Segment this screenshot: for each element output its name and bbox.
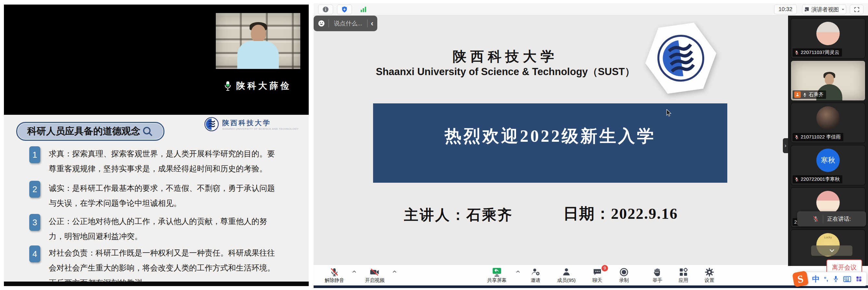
logo-cn-text: 陕西科技大学 xyxy=(222,118,299,127)
item-number-chip: 4 xyxy=(29,245,40,262)
quick-chat-bubble[interactable]: 说点什么... ‹ xyxy=(314,16,377,31)
members-icon xyxy=(562,267,571,277)
ime-toolbox-icon[interactable] xyxy=(856,276,862,282)
avatar-initials: 寒秋 xyxy=(816,149,840,172)
slide-date-line: 日期：2022.9.16 xyxy=(563,204,678,224)
participant-tile[interactable]: 石乘齐 xyxy=(790,60,865,101)
chat-input-placeholder[interactable]: 说点什么... xyxy=(332,20,364,27)
share-screen-label: 共享屏幕 xyxy=(487,277,507,284)
welcome-banner-text: 热烈欢迎2022级新生入学 xyxy=(373,125,727,148)
share-options-caret[interactable] xyxy=(515,266,521,285)
participant-name-bar: 220722001李寒秋 xyxy=(793,175,842,183)
meeting-toolbar: 解除静音 开启视频 共享屏幕 邀请 xyxy=(314,265,868,286)
invite-button[interactable]: 邀请 xyxy=(522,266,549,285)
sidebar-collapse-handle[interactable]: › xyxy=(783,138,788,153)
avatar xyxy=(816,106,840,130)
record-button[interactable]: 录制 xyxy=(611,266,637,285)
participant-name-bar: 210711022 李佳雨 xyxy=(793,133,843,141)
sogou-logo[interactable]: S xyxy=(792,271,809,287)
sust-hexagon-logo xyxy=(640,20,721,97)
video-options-caret[interactable] xyxy=(392,266,398,285)
university-emblem-icon xyxy=(204,117,219,132)
participant-name-bar: 石乘齐 xyxy=(793,90,826,99)
signal-bars-icon xyxy=(360,6,367,13)
raise-hand-button[interactable]: 举手 xyxy=(644,266,671,285)
participant-tile[interactable]: 210711022 李佳雨 xyxy=(790,103,865,143)
person-head xyxy=(825,74,834,85)
divider xyxy=(329,20,329,27)
members-button[interactable]: 成员(95) xyxy=(549,266,584,285)
fullscreen-button[interactable] xyxy=(850,4,863,14)
left-video-area: 陕科大薛俭 xyxy=(4,4,309,115)
slide-title: 科研人员应具备的道德观念 xyxy=(27,125,141,138)
clock: 10:32 xyxy=(774,4,797,14)
list-item: 1 求真：探索真理、探索客观世界，是人类开展科学研究的目的。要尊重客观规律，坚持… xyxy=(29,146,286,176)
chat-button[interactable]: 9 聊天 xyxy=(584,266,611,285)
apps-button[interactable]: 应用 xyxy=(671,266,696,285)
meeting-info-button[interactable] xyxy=(318,4,333,14)
invite-label: 邀请 xyxy=(531,277,540,284)
list-item: 3 公正：公正地对待他人的工作，承认他人的贡献，尊重他人的努力，明智地回避利益冲… xyxy=(29,214,286,244)
ime-toolbar: S 中 °, xyxy=(797,272,867,286)
item-text: 诚实：是科研工作最基本的要求，不造假、不剽窃，勇于承认问题与失误，在学术问题争论… xyxy=(49,181,276,211)
ime-keyboard-icon[interactable] xyxy=(843,276,851,282)
network-status-button[interactable] xyxy=(356,4,371,14)
mic-muted-icon xyxy=(812,215,819,222)
settings-label: 设置 xyxy=(705,277,714,284)
screen: 陕科大薛俭 科研人员应具备的道德观念 陕西科技大学 SHAANXI UNIVER xyxy=(0,0,868,290)
person-icon xyxy=(796,93,800,96)
apps-label: 应用 xyxy=(679,277,688,284)
ime-language-toggle[interactable]: 中 xyxy=(812,274,819,284)
left-slide: 科研人员应具备的道德观念 陕西科技大学 SHAANXI UNIVERSITY O… xyxy=(4,115,309,282)
slide-en-title: Shaanxi University of Science & Technolo… xyxy=(340,65,671,79)
mic-muted-icon xyxy=(794,177,799,182)
settings-gear-icon xyxy=(705,267,714,277)
university-logo: 陕西科技大学 SHAANXI UNIVERSITY OF SCIENCE AND… xyxy=(204,117,299,132)
chevron-down-icon xyxy=(841,7,845,11)
chat-label: 聊天 xyxy=(592,277,602,284)
start-video-button[interactable]: 开启视频 xyxy=(359,266,391,285)
security-button[interactable] xyxy=(337,4,352,14)
logo-en-text: SHAANXI UNIVERSITY OF SCIENCE AND TECHNO… xyxy=(222,127,299,130)
emoji-icon[interactable] xyxy=(317,20,325,27)
chat-icon xyxy=(592,267,602,277)
slide-speaker-line: 主讲人：石乘齐 xyxy=(404,205,513,225)
participant-name: 210711022 李佳雨 xyxy=(801,134,841,140)
mic-active-icon xyxy=(802,92,807,97)
unmute-label: 解除静音 xyxy=(324,277,344,284)
chevron-up-icon xyxy=(351,269,357,275)
meeting-topbar: 10:32 演讲者视图 xyxy=(314,3,868,16)
item-text: 求真：探索真理、探索客观世界，是人类开展科学研究的目的。要尊重客观规律，坚持实事… xyxy=(49,146,276,176)
chevron-up-icon xyxy=(392,269,398,275)
share-screen-button[interactable]: 共享屏幕 xyxy=(479,266,515,285)
list-item: 2 诚实：是科研工作最基本的要求，不造假、不剽窃，勇于承认问题与失误，在学术问题… xyxy=(29,181,286,211)
chat-collapse-arrow[interactable]: ‹ xyxy=(371,20,373,27)
participant-name-bar: 220711037周灵云 xyxy=(793,49,842,57)
unmute-button[interactable]: 解除静音 xyxy=(318,266,351,285)
camera-muted-icon xyxy=(370,267,380,277)
mic-muted-icon xyxy=(794,50,799,55)
mic-muted-icon xyxy=(330,267,339,277)
fullscreen-icon xyxy=(854,6,860,13)
ime-voice-icon[interactable] xyxy=(833,276,839,283)
chat-unread-badge: 9 xyxy=(601,265,608,271)
chevron-up-icon xyxy=(515,269,521,275)
mouse-cursor xyxy=(666,109,672,117)
layout-icon xyxy=(804,6,809,12)
mic-options-caret[interactable] xyxy=(351,266,357,285)
speaking-indicator-tooltip: 正在讲话: xyxy=(797,211,866,226)
divider xyxy=(367,20,368,27)
ime-punctuation-toggle[interactable]: °, xyxy=(824,276,828,283)
shield-plus-icon xyxy=(341,6,348,13)
settings-button[interactable]: 设置 xyxy=(696,266,722,285)
participant-tile[interactable]: 220711037周灵云 xyxy=(790,18,865,59)
left-window-bottom-strip xyxy=(4,282,309,286)
scroll-more-overlay[interactable] xyxy=(811,245,852,256)
view-mode-dropdown[interactable]: 演讲者视图 xyxy=(802,4,846,14)
participant-tile[interactable]: 寒秋 220722001李寒秋 xyxy=(790,145,865,185)
meeting-window: 10:32 演讲者视图 陕西科技大学 Shaanxi University of… xyxy=(314,3,868,288)
info-icon xyxy=(322,6,329,13)
record-icon xyxy=(619,267,629,277)
participants-sidebar: 220711037周灵云 石乘齐 210711 xyxy=(788,16,868,266)
welcome-banner: 热烈欢迎2022级新生入学 xyxy=(373,104,727,183)
